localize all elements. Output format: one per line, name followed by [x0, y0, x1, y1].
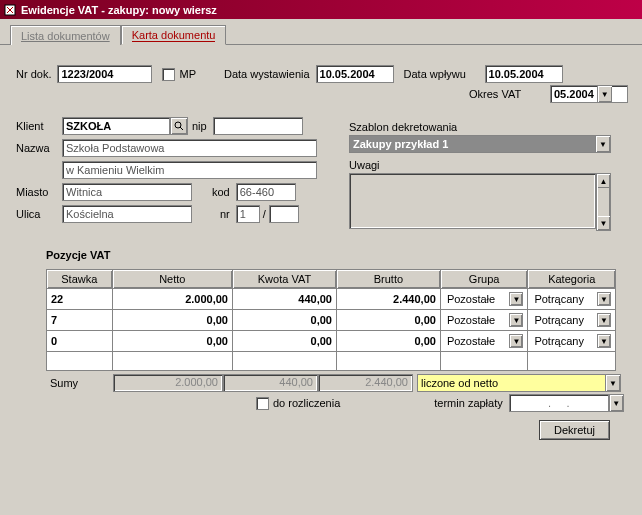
cell-brutto[interactable]: 0,00: [336, 331, 440, 352]
liczone-value: liczone od netto: [418, 375, 605, 391]
miasto-label: Miasto: [16, 186, 56, 198]
search-button[interactable]: [170, 117, 188, 135]
col-brutto[interactable]: Brutto: [336, 270, 440, 289]
nr-label: nr: [220, 208, 230, 220]
chevron-down-icon[interactable]: ▼: [597, 313, 611, 327]
chevron-down-icon[interactable]: ▼: [509, 334, 523, 348]
pozycje-title: Pozycje VAT: [46, 249, 628, 261]
nr-sep: /: [263, 208, 266, 220]
nrdok-input[interactable]: [57, 65, 152, 83]
uwagi-textarea[interactable]: [349, 173, 596, 229]
sumy-netto: 2.000,00: [113, 374, 223, 392]
uwagi-label: Uwagi: [349, 159, 628, 171]
cell-grupa[interactable]: Pozostałe▼: [440, 331, 528, 352]
chevron-down-icon[interactable]: ▼: [509, 292, 523, 306]
do-rozliczenia-label: do rozliczenia: [273, 397, 340, 409]
ulica-input[interactable]: [62, 205, 192, 223]
uwagi-scrollbar[interactable]: ▲ ▼: [596, 173, 611, 231]
ulica-label: Ulica: [16, 208, 56, 220]
tab-lista-dokumentow[interactable]: Lista dokumentów: [10, 25, 121, 45]
window-titlebar: Ewidencje VAT - zakupy: nowy wiersz: [0, 0, 642, 19]
data-wystawienia-input[interactable]: [316, 65, 394, 83]
chevron-down-icon[interactable]: ▼: [595, 136, 610, 152]
tab-karta-dokumentu[interactable]: Karta dokumentu: [121, 25, 227, 45]
col-netto[interactable]: Netto: [112, 270, 232, 289]
table-row-empty: [47, 352, 616, 371]
okres-vat-label: Okres VAT: [469, 88, 544, 100]
cell-netto[interactable]: 2.000,00: [112, 289, 232, 310]
szablon-label: Szablon dekretowania: [349, 121, 628, 133]
col-grupa[interactable]: Grupa: [440, 270, 528, 289]
data-wplywu-input[interactable]: [485, 65, 563, 83]
okres-vat-combo[interactable]: 05.2004 ▼: [550, 85, 628, 103]
do-rozliczenia-checkbox[interactable]: [256, 397, 269, 410]
nazwa1-input[interactable]: [62, 139, 317, 157]
chevron-down-icon[interactable]: ▼: [605, 375, 620, 391]
chevron-down-icon[interactable]: ▼: [597, 292, 611, 306]
nrdok-label: Nr dok.: [16, 68, 51, 80]
scroll-down-icon[interactable]: ▼: [597, 216, 610, 230]
nazwa-label: Nazwa: [16, 142, 56, 154]
sumy-label: Sumy: [50, 377, 100, 389]
button-label: Dekretuj: [554, 424, 595, 436]
kod-input[interactable]: [236, 183, 296, 201]
table-row[interactable]: 00,000,000,00Pozostałe▼Potrącany▼: [47, 331, 616, 352]
chevron-down-icon[interactable]: ▼: [597, 86, 612, 102]
sumy-kwota: 440,00: [223, 374, 318, 392]
miasto-input[interactable]: [62, 183, 192, 201]
search-icon: [174, 121, 184, 131]
cell-grupa[interactable]: Pozostałe▼: [440, 289, 528, 310]
table-row[interactable]: 222.000,00440,002.440,00Pozostałe▼Potrąc…: [47, 289, 616, 310]
cell-brutto[interactable]: 0,00: [336, 310, 440, 331]
pozycje-table: Stawka Netto Kwota VAT Brutto Grupa Kate…: [46, 269, 616, 371]
chevron-down-icon: ▼: [612, 399, 620, 408]
cell-netto[interactable]: 0,00: [112, 310, 232, 331]
kod-label: kod: [212, 186, 230, 198]
mp-label: MP: [179, 68, 196, 80]
termin-input[interactable]: [509, 394, 609, 412]
szablon-value: Zakupy przykład 1: [350, 136, 595, 152]
col-kategoria[interactable]: Kategoria: [528, 270, 616, 289]
cell-kategoria[interactable]: Potrącany▼: [528, 310, 616, 331]
dekretuj-button[interactable]: Dekretuj: [539, 420, 610, 440]
col-stawka[interactable]: Stawka: [47, 270, 113, 289]
klient-input[interactable]: [62, 117, 170, 135]
tab-label: Lista dokumentów: [21, 30, 110, 42]
cell-kwota[interactable]: 0,00: [233, 331, 337, 352]
scroll-up-icon[interactable]: ▲: [597, 174, 610, 188]
cell-brutto[interactable]: 2.440,00: [336, 289, 440, 310]
liczone-combo[interactable]: liczone od netto ▼: [417, 374, 621, 392]
tab-label: Karta dokumentu: [132, 29, 216, 42]
chevron-down-icon[interactable]: ▼: [597, 334, 611, 348]
nip-label: nip: [192, 120, 207, 132]
chevron-down-icon[interactable]: ▼: [509, 313, 523, 327]
cell-kwota[interactable]: 0,00: [233, 310, 337, 331]
cell-stawka[interactable]: 22: [47, 289, 113, 310]
okres-vat-value: 05.2004: [551, 86, 597, 102]
szablon-combo[interactable]: Zakupy przykład 1 ▼: [349, 135, 611, 153]
data-wystawienia-label: Data wystawienia: [224, 68, 310, 80]
termin-label: termin zapłaty: [434, 397, 502, 409]
sumy-brutto: 2.440,00: [318, 374, 413, 392]
table-row[interactable]: 70,000,000,00Pozostałe▼Potrącany▼: [47, 310, 616, 331]
tab-strip: Lista dokumentów Karta dokumentu: [0, 19, 642, 45]
klient-label: Klient: [16, 120, 56, 132]
cell-kwota[interactable]: 440,00: [233, 289, 337, 310]
cell-stawka[interactable]: 7: [47, 310, 113, 331]
mp-checkbox[interactable]: [162, 68, 175, 81]
nazwa2-input[interactable]: [62, 161, 317, 179]
cell-kategoria[interactable]: Potrącany▼: [528, 289, 616, 310]
app-icon: [3, 3, 17, 17]
svg-line-4: [180, 127, 183, 130]
nr1-input[interactable]: [236, 205, 260, 223]
window-title: Ewidencje VAT - zakupy: nowy wiersz: [21, 4, 217, 16]
cell-netto[interactable]: 0,00: [112, 331, 232, 352]
table-header-row: Stawka Netto Kwota VAT Brutto Grupa Kate…: [47, 270, 616, 289]
nr2-input[interactable]: [269, 205, 299, 223]
nip-input[interactable]: [213, 117, 303, 135]
cell-stawka[interactable]: 0: [47, 331, 113, 352]
cell-grupa[interactable]: Pozostałe▼: [440, 310, 528, 331]
col-kwota[interactable]: Kwota VAT: [233, 270, 337, 289]
cell-kategoria[interactable]: Potrącany▼: [528, 331, 616, 352]
termin-dropdown-button[interactable]: ▼: [609, 394, 624, 412]
